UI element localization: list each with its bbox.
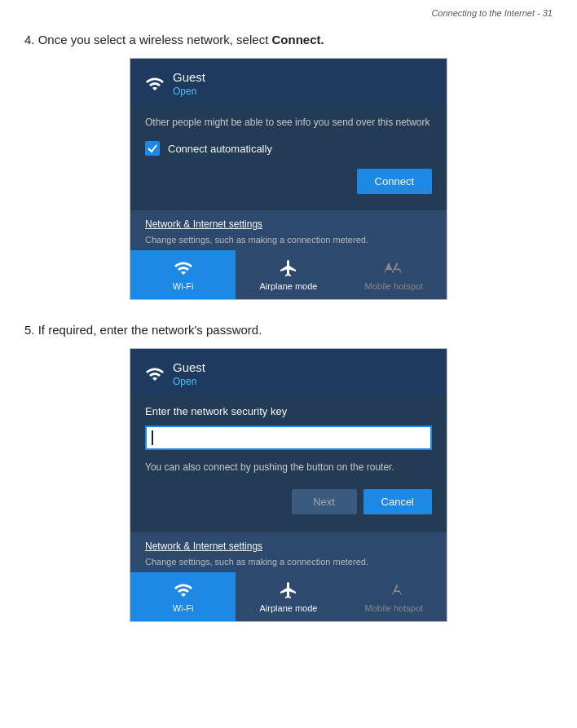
network-settings-link-2[interactable]: Network & Internet settings [145,540,432,552]
airplane-icon-item-1[interactable]: Airplane mode [236,250,341,299]
screenshot2-container: Guest Open Enter the network security ke… [130,348,447,622]
router-note: You can also connect by pushing the butt… [145,460,432,474]
connect-auto-row: Connect automatically [145,141,432,156]
wifi-icon-item-1[interactable]: Wi-Fi [130,250,236,299]
hotspot-label-2: Mobile hotspot [365,603,424,613]
checkbox-icon [145,141,160,156]
wifi-panel-2: Guest Open Enter the network security ke… [130,349,447,621]
hotspot-icon-item-2[interactable]: Mobile hotspot [341,572,447,621]
connect-btn-row: Connect [145,169,432,194]
network-status-2: Open [173,376,205,387]
airplane-label-2: Airplane mode [260,603,318,613]
airplane-icon-item-2[interactable]: Airplane mode [236,572,341,621]
wifi-icon-item-2[interactable]: Wi-Fi [130,572,236,621]
wifi-signal-icon-2 [145,364,165,384]
network-status-1: Open [173,86,205,97]
two-btn-row: Next Cancel [145,489,432,514]
network-settings-desc-2: Change settings, such as making a connec… [145,557,368,567]
cursor-icon [152,430,153,445]
bottom-icons-bar-1: Wi-Fi Airplane mode Mobile hotspot [130,250,447,299]
wifi-label-2: Wi-Fi [173,603,194,613]
next-button[interactable]: Next [292,489,357,514]
network-settings-link-1[interactable]: Network & Internet settings [145,218,432,230]
airplane-icon-1 [279,258,298,278]
hotspot-label-1: Mobile hotspot [365,281,424,291]
step4-text: 4. Once you select a wireless network, s… [24,33,553,46]
wifi-label-1: Wi-Fi [173,281,194,291]
cancel-button[interactable]: Cancel [363,489,432,514]
wifi-panel-1: Guest Open Other people might be able to… [130,59,447,299]
security-key-label: Enter the network security key [145,405,432,417]
network-settings-desc-1: Change settings, such as making a connec… [145,235,368,245]
wifi-warning-text: Other people might be able to see info y… [145,115,432,130]
wifi-signal-icon [145,74,165,94]
bottom-icons-bar-2: Wi-Fi Airplane mode Mobile hotspot [130,572,447,621]
wifi-panel-top-2: Guest Open [130,349,447,395]
network-name-2: Guest [173,360,205,374]
wifi-icon-1 [174,258,193,278]
hotspot-icon-2 [384,580,403,600]
network-name-1: Guest [173,70,205,84]
wifi-panel-body-2: Enter the network security key You can a… [130,395,447,532]
wifi-panel-top-1: Guest Open [130,59,447,105]
connect-button[interactable]: Connect [357,169,432,194]
hotspot-icon-1 [384,258,403,278]
step5-text: 5. If required, enter the network's pass… [24,323,553,337]
checkbox-label: Connect automatically [168,143,272,155]
airplane-icon-2 [279,580,298,600]
hotspot-icon-item-1[interactable]: Mobile hotspot [341,250,447,299]
network-settings-bar-2: Network & Internet settings Change setti… [130,532,447,572]
page-header: Connecting to the Internet - 31 [24,8,553,18]
airplane-label-1: Airplane mode [260,281,318,291]
security-key-input[interactable] [145,426,432,450]
network-settings-bar-1: Network & Internet settings Change setti… [130,210,447,250]
wifi-panel-body-1: Other people might be able to see info y… [130,105,447,210]
screenshot1-container: Guest Open Other people might be able to… [130,58,447,300]
wifi-icon-2 [174,580,193,600]
